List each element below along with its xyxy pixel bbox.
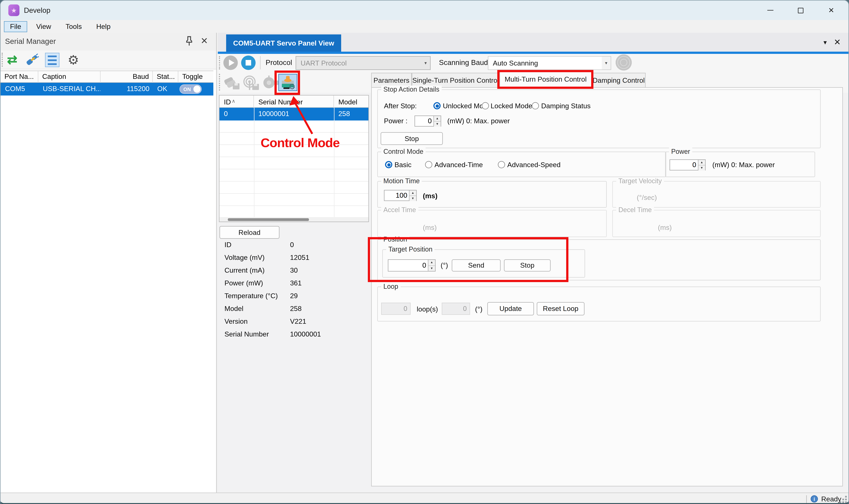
plug-icon [25,53,39,67]
app-title: Develop [24,1,50,20]
serial-manager-panel: Serial Manager ✕ ⇄ ⚙ Port Na... [1,33,217,492]
panel-close-icon[interactable]: ✕ [200,36,208,46]
toolbar-drag-handle[interactable] [219,74,220,90]
annotation-box-position-group [368,237,568,282]
info-current: Current (mA)30 [225,264,391,276]
col-id[interactable]: ∧ ID [219,95,254,108]
radio-advanced-speed-label: Advanced-Speed [507,161,561,169]
loop-count-input [382,303,410,314]
annotation-arrow [281,96,320,136]
chevron-down-icon: ▼ [421,61,430,65]
group-title: Stop Action Details [381,86,442,94]
settings-button[interactable]: ⚙ [66,53,81,67]
annotation-box-control-mode-icon [275,71,300,95]
col-caption[interactable]: Caption [38,71,101,83]
port-toggle-switch[interactable]: ON [179,85,202,94]
menu-help[interactable]: Help [91,21,116,32]
radio-advanced-time[interactable] [425,161,432,168]
cell-id: 0 [224,108,228,121]
minimize-button[interactable] [757,1,783,20]
group-title: Decel Time [616,206,654,214]
toggle-knob [193,86,200,93]
menu-tools[interactable]: Tools [60,21,87,32]
cell-baud: 115200 [101,83,149,95]
accel-time-group: Accel Time (ms) [377,210,607,237]
update-button[interactable]: Update [487,302,534,316]
menu-file[interactable]: File [4,21,27,32]
power-input[interactable] [670,160,698,170]
antenna-save-icon [242,75,260,90]
serial-table-header: Port Na... Caption Baud Stat... Toggle [1,71,213,83]
chevron-down-icon: ▼ [602,57,611,69]
statusbar: i Ready [1,492,849,504]
play-button[interactable] [223,55,238,70]
close-icon: ✕ [828,6,834,15]
connect-button[interactable] [25,53,39,67]
annotation-box-multi-turn-tab [497,70,594,89]
info-icon: i [811,495,818,503]
device-table-hscrollbar[interactable] [219,217,368,221]
multi-turn-tab-content: Stop Action Details After Stop: Unlocked… [371,87,843,486]
radio-basic-label: Basic [394,161,411,169]
spin-up-icon[interactable]: ▲ [409,191,416,196]
radio-damping-status[interactable] [532,102,539,109]
protocol-select[interactable]: UART Protocol ▼ [296,56,430,70]
stop-action-stop-button[interactable]: Stop [381,132,443,145]
app-icon: ★ [8,4,19,16]
loops-label: loop(s) [417,305,438,313]
gear-icon: ⚙ [68,54,79,67]
radio-basic[interactable] [385,161,392,168]
target-velocity-unit: (°/sec) [637,194,657,201]
col-model[interactable]: Model [334,95,368,108]
status-text: Ready [821,493,841,504]
col-baud[interactable]: Baud [101,71,153,83]
menu-view[interactable]: View [31,21,57,32]
tab-damping[interactable]: Damping Control [592,73,645,88]
stop-power-spinbox[interactable]: ▲▼ [414,115,441,127]
loop-count-field [381,303,411,315]
scanning-baud-label: Scanning Baud [439,54,488,72]
reset-loop-button[interactable]: Reset Loop [537,302,585,316]
serial-toolbar: ⇄ ⚙ [1,51,216,69]
panel-tab[interactable]: COM5-UART Servo Panel View [226,34,341,52]
sort-asc-icon: ∧ [232,94,235,108]
spin-buttons[interactable]: ▲▼ [434,116,441,126]
radio-advanced-speed[interactable] [498,161,505,168]
port-list-button[interactable] [45,53,59,67]
spin-up-icon[interactable]: ▲ [434,116,441,122]
spin-down-icon[interactable]: ▼ [434,122,441,127]
cell-model: 258 [338,108,350,121]
col-port-name[interactable]: Port Na... [1,71,38,83]
motion-time-input[interactable] [385,191,409,200]
spin-down-icon[interactable]: ▼ [409,196,416,201]
spin-down-icon[interactable]: ▼ [698,165,705,170]
col-status[interactable]: Stat... [153,71,178,83]
motion-time-spinbox[interactable]: ▲▼ [384,190,417,201]
maximize-button[interactable] [788,1,813,20]
stop-power-input[interactable] [415,116,434,126]
col-toggle[interactable]: Toggle [178,71,213,83]
close-button[interactable]: ✕ [818,1,844,20]
resize-grip[interactable] [839,501,841,503]
refresh-ports-button[interactable]: ⇄ [5,53,19,67]
stop-power-label: Power : [384,117,407,125]
spin-buttons[interactable]: ▲▼ [698,160,705,170]
toolbar-drag-handle[interactable] [2,53,3,67]
panel-menu-dropdown-icon[interactable]: ▼ [819,33,831,52]
cell-port: COM5 [5,83,37,95]
spin-up-icon[interactable]: ▲ [698,160,705,165]
reload-button[interactable]: Reload [219,226,280,239]
toolbar-drag-handle[interactable] [219,56,220,69]
panel-close-icon[interactable]: ✕ [831,33,844,52]
scanning-baud-select[interactable]: Auto Scanning ▼ [488,56,611,70]
spin-buttons[interactable]: ▲▼ [409,191,416,200]
serial-table-row[interactable]: COM5 USB-SERIAL CH... 115200 OK ON [1,83,213,95]
scrollbar-thumb[interactable] [228,218,309,221]
power-group: Power ▲▼ (mW) 0: Max. power [665,151,815,177]
stop-scan-button[interactable] [241,55,255,70]
radio-unlocked-mode[interactable] [434,102,441,109]
radio-unlocked-label: Unlocked Mo [443,102,483,110]
pin-icon[interactable] [185,36,193,48]
radio-locked-mode[interactable] [482,102,489,109]
power-spinbox[interactable]: ▲▼ [670,159,706,170]
